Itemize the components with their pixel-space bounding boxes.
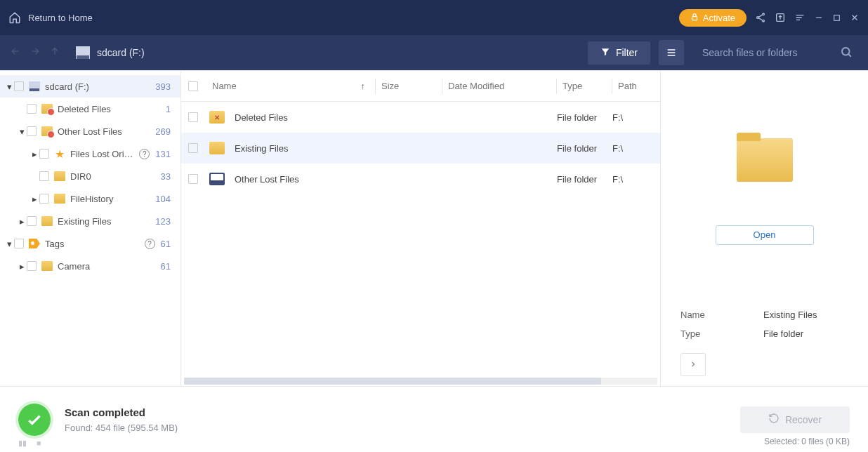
status-found: Found: 454 file (595.54 MB) — [65, 423, 726, 433]
help-icon[interactable]: ? — [139, 149, 150, 159]
file-name: Existing Files — [235, 143, 289, 154]
expand-caret-icon[interactable]: ▸ — [17, 216, 27, 227]
search-input[interactable] — [702, 47, 833, 58]
maximize-icon[interactable] — [832, 13, 841, 22]
view-options-button[interactable] — [659, 40, 684, 65]
search-icon[interactable] — [840, 46, 853, 60]
tree-item-label: Other Lost Files — [58, 126, 150, 137]
folder-icon — [209, 142, 225, 154]
funnel-icon — [600, 47, 610, 59]
tag-icon — [28, 238, 41, 249]
tree-checkbox[interactable] — [14, 81, 24, 91]
expand-caret-icon[interactable]: ▸ — [29, 194, 39, 204]
tree-item-dir0[interactable]: DIR033 — [0, 165, 180, 187]
preview-meta: Name Existing Files Type File folder — [680, 310, 848, 347]
open-button[interactable]: Open — [716, 225, 814, 245]
file-type: File folder — [557, 143, 612, 154]
tree-item-other-lost-files[interactable]: ▾Other Lost Files269 — [0, 120, 180, 142]
title-bar: Return to Home Activate — [0, 0, 868, 35]
tree-item-filehistory[interactable]: ▸FileHistory104 — [0, 187, 180, 210]
meta-name-value: Existing Files — [763, 310, 817, 320]
expand-caret-icon[interactable]: ▸ — [29, 149, 39, 159]
tree-checkbox[interactable] — [14, 239, 24, 248]
recover-button[interactable]: Recover — [740, 406, 850, 433]
star-icon: ★ — [53, 148, 66, 159]
tree-checkbox[interactable] — [39, 171, 49, 181]
sort-arrow-icon: ↑ — [361, 81, 366, 91]
tree-checkbox[interactable] — [27, 216, 37, 226]
tree-item-label: Existing Files — [58, 216, 150, 227]
tree-item-label: FileHistory — [70, 194, 150, 204]
nav-forward-icon[interactable] — [29, 46, 41, 60]
folder-icon — [53, 193, 66, 204]
tree-checkbox[interactable] — [39, 149, 49, 159]
file-row-deleted-files[interactable]: Deleted FilesFile folderF:\ — [181, 102, 660, 133]
stop-icon[interactable]: ■ — [37, 439, 41, 448]
row-checkbox[interactable] — [188, 143, 198, 153]
tree-item-count: 131 — [155, 149, 171, 159]
folder-icon — [209, 111, 225, 124]
column-name[interactable]: Name ↑ — [209, 81, 375, 91]
activate-label: Activate — [703, 13, 735, 23]
column-check[interactable] — [181, 81, 209, 91]
folder-icon — [737, 138, 793, 182]
file-row-existing-files[interactable]: Existing FilesFile folderF:\ — [181, 133, 660, 164]
tree-item-files-lost-original-[interactable]: ▸★Files Lost Original ...?131 — [0, 142, 180, 165]
column-size[interactable]: Size — [376, 81, 442, 91]
status-bar: Scan completed Found: 454 file (595.54 M… — [0, 386, 868, 452]
row-checkbox[interactable] — [188, 174, 198, 184]
nav-up-icon[interactable] — [49, 46, 60, 60]
expand-caret-icon[interactable]: ▾ — [4, 81, 14, 92]
column-type[interactable]: Type — [557, 81, 612, 91]
nav-back-icon[interactable] — [10, 46, 21, 60]
breadcrumb[interactable]: sdcard (F:) — [76, 46, 145, 59]
tree-item-label: DIR0 — [70, 171, 155, 182]
svg-point-6 — [842, 48, 850, 55]
horizontal-scrollbar[interactable] — [184, 378, 657, 385]
activate-button[interactable]: Activate — [679, 9, 747, 27]
drive-icon — [76, 46, 90, 59]
close-icon[interactable] — [850, 13, 860, 22]
filter-button[interactable]: Filter — [588, 41, 650, 65]
file-type: File folder — [557, 174, 612, 185]
tree-item-deleted-files[interactable]: Deleted Files1 — [0, 98, 180, 120]
tree-checkbox[interactable] — [27, 104, 37, 114]
file-path: F:\ — [612, 174, 660, 185]
filter-label: Filter — [616, 47, 638, 58]
meta-name-label: Name — [680, 310, 763, 320]
folder-icon — [53, 171, 66, 182]
drive-icon — [209, 173, 225, 185]
help-icon[interactable]: ? — [145, 239, 155, 249]
folder-icon — [41, 126, 53, 137]
tree-item-sdcard-f-[interactable]: ▾sdcard (F:)393 — [0, 75, 180, 98]
column-date[interactable]: Date Modified — [442, 81, 556, 91]
tree-checkbox[interactable] — [27, 261, 37, 271]
file-row-other-lost-files[interactable]: Other Lost FilesFile folderF:\ — [181, 164, 660, 194]
folder-icon — [41, 260, 53, 272]
drive-icon — [28, 81, 41, 92]
home-icon[interactable] — [8, 11, 21, 24]
status-success-icon — [18, 404, 51, 436]
svg-point-1 — [763, 13, 765, 15]
pause-icon[interactable]: ▮▮ — [18, 439, 27, 448]
expand-caret-icon[interactable]: ▾ — [17, 126, 27, 137]
file-list-body: Deleted FilesFile folderF:\Existing File… — [181, 102, 660, 378]
tree-item-existing-files[interactable]: ▸Existing Files123 — [0, 210, 180, 232]
expand-caret-icon[interactable]: ▸ — [17, 261, 27, 272]
expand-caret-icon[interactable]: ▾ — [4, 239, 14, 249]
tree-checkbox[interactable] — [27, 126, 37, 136]
return-home-link[interactable]: Return to Home — [28, 13, 93, 23]
column-path[interactable]: Path — [612, 81, 660, 91]
minimize-icon[interactable] — [814, 13, 824, 22]
menu-icon[interactable] — [794, 12, 805, 23]
tree-item-tags[interactable]: ▾Tags?61 — [0, 232, 180, 255]
tree-item-label: Deleted Files — [58, 104, 160, 114]
tree-item-camera[interactable]: ▸Camera61 — [0, 255, 180, 277]
svg-rect-5 — [834, 15, 840, 20]
preview-next-button[interactable] — [680, 353, 706, 376]
share-icon[interactable] — [755, 12, 766, 23]
feedback-icon[interactable] — [775, 12, 786, 23]
tree-checkbox[interactable] — [39, 194, 49, 204]
row-checkbox[interactable] — [188, 112, 198, 122]
tree-item-label: Tags — [45, 239, 142, 249]
